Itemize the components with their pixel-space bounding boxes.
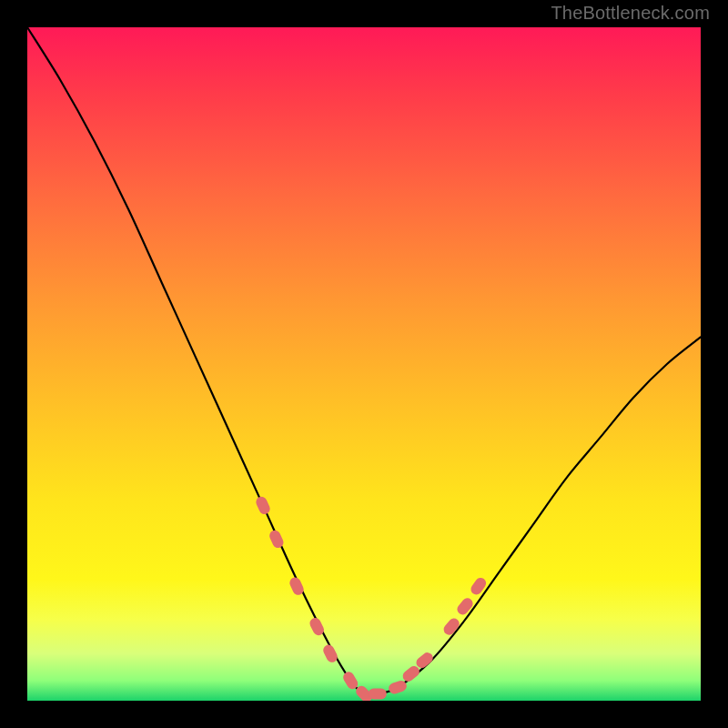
highlight-point bbox=[455, 596, 475, 617]
chart-frame: TheBottleneck.com bbox=[0, 0, 728, 728]
highlight-point bbox=[321, 643, 339, 664]
highlight-point bbox=[369, 689, 387, 700]
highlight-point bbox=[254, 495, 271, 516]
highlight-point bbox=[268, 529, 285, 550]
highlight-points-group bbox=[254, 495, 488, 701]
watermark-text: TheBottleneck.com bbox=[551, 3, 710, 24]
highlight-point bbox=[441, 616, 461, 637]
plot-area bbox=[27, 27, 701, 701]
chart-svg bbox=[27, 27, 701, 701]
bottleneck-curve-line bbox=[27, 27, 701, 695]
highlight-point bbox=[469, 576, 488, 597]
